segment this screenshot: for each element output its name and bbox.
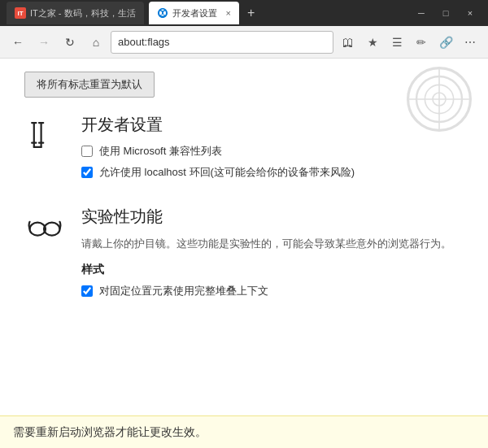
goggles-icon <box>24 206 65 245</box>
it-icon: IT <box>15 7 26 19</box>
share-icon[interactable]: 🔗 <box>434 31 457 54</box>
home-button[interactable]: ⌂ <box>85 31 107 54</box>
bottom-bar: 需要重新启动浏览器才能让更改生效。 <box>0 415 488 448</box>
address-input[interactable] <box>111 31 333 54</box>
edge-icon <box>157 7 168 19</box>
checkbox-row-3: 对固定位置元素使用完整堆叠上下文 <box>81 284 464 298</box>
favorites-icon[interactable]: ★ <box>361 31 384 54</box>
tab-inactive[interactable]: IT IT之家 - 数码，科技，生活 <box>7 2 144 24</box>
main-content: 将所有标志重置为默认 开发者设置 使用 Micros <box>0 59 488 415</box>
reset-flags-button[interactable]: 将所有标志重置为默认 <box>24 72 155 98</box>
more-icon[interactable]: ⋯ <box>459 31 481 54</box>
checkbox-row-1: 使用 Microsoft 兼容性列表 <box>81 144 464 159</box>
maximize-button[interactable]: □ <box>434 4 457 22</box>
checkbox-ms-compat[interactable] <box>81 146 93 157</box>
checkbox-stacking[interactable] <box>81 285 93 297</box>
nav-bar: ← → ↻ ⌂ 🕮 ★ ☰ ✏ 🔗 ⋯ <box>0 26 488 59</box>
back-button[interactable]: ← <box>7 31 29 54</box>
tab-active[interactable]: 开发者设置 × <box>149 2 239 24</box>
tab-inactive-label: IT之家 - 数码，科技，生活 <box>30 7 136 20</box>
experimental-section-desc: 请戴上你的护目镜。这些功能是实验性的，可能会导致某些意外的浏览器行为。 <box>81 236 464 253</box>
nav-right-icons: 🕮 ★ ☰ ✏ 🔗 ⋯ <box>337 31 481 54</box>
refresh-button[interactable]: ↻ <box>59 31 81 54</box>
forward-button[interactable]: → <box>33 31 55 54</box>
checkbox-localhost[interactable] <box>81 167 93 178</box>
close-button[interactable]: × <box>459 4 481 22</box>
checkbox-row-2: 允许使用 localhost 环回(这可能会给你的设备带来风险) <box>81 165 464 180</box>
watermark <box>407 67 472 132</box>
svg-point-16 <box>44 223 59 236</box>
tab-active-label: 开发者设置 <box>172 7 217 20</box>
experimental-section: 实验性功能 请戴上你的护目镜。这些功能是实验性的，可能会导致某些意外的浏览器行为… <box>24 206 464 305</box>
title-bar: IT IT之家 - 数码，科技，生活 开发者设置 × + ─ □ × <box>0 0 488 26</box>
minimize-button[interactable]: ─ <box>410 4 433 22</box>
dev-section: 开发者设置 使用 Microsoft 兼容性列表 允许使用 localhost … <box>24 114 464 186</box>
experimental-section-body: 实验性功能 请戴上你的护目镜。这些功能是实验性的，可能会导致某些意外的浏览器行为… <box>81 206 464 305</box>
checkbox-localhost-label[interactable]: 允许使用 localhost 环回(这可能会给你的设备带来风险) <box>99 165 355 180</box>
tab-close-button[interactable]: × <box>226 8 231 18</box>
experimental-section-title: 实验性功能 <box>81 206 464 228</box>
hub-icon[interactable]: ☰ <box>386 31 408 54</box>
svg-point-15 <box>30 223 46 236</box>
reading-view-icon[interactable]: 🕮 <box>337 31 359 54</box>
bottom-bar-message: 需要重新启动浏览器才能让更改生效。 <box>13 425 207 440</box>
checkbox-ms-compat-label[interactable]: 使用 Microsoft 兼容性列表 <box>99 144 222 159</box>
tools-icon <box>24 114 65 153</box>
checkbox-stacking-label[interactable]: 对固定位置元素使用完整堆叠上下文 <box>99 284 268 298</box>
style-subsection-title: 样式 <box>81 263 464 277</box>
new-tab-button[interactable]: + <box>247 6 255 20</box>
notes-icon[interactable]: ✏ <box>410 31 433 54</box>
window-controls: ─ □ × <box>410 4 481 22</box>
